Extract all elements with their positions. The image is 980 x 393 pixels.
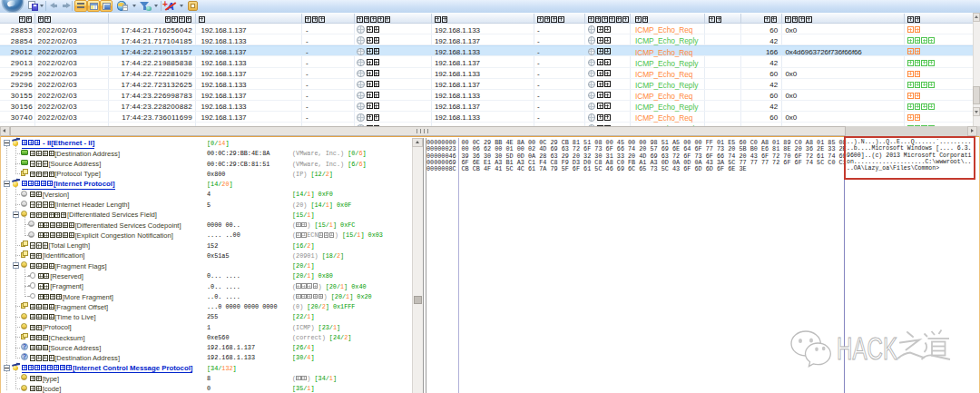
svg-text:HACK: HACK	[837, 330, 897, 366]
